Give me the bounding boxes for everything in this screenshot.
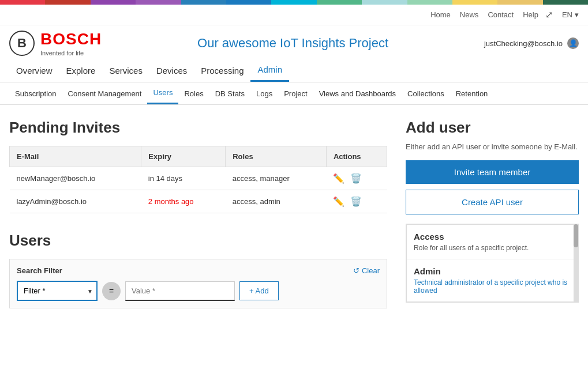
logo-text-area: BOSCH Invented for life (40, 30, 102, 56)
edit-invite-1[interactable]: ✏️ (333, 173, 344, 184)
invite-team-member-button[interactable]: Invite team member (406, 160, 579, 184)
clear-button[interactable]: ↺ Clear (353, 266, 380, 275)
header: B BOSCH Invented for life Our awesome Io… (0, 25, 588, 56)
roles-info-panel: Access Role for all users of a specific … (406, 224, 579, 303)
subnav-subscription[interactable]: Subscription (9, 84, 62, 104)
pending-invites-title: Pending Invites (9, 119, 387, 137)
scrollbar[interactable] (574, 224, 578, 302)
invites-table: E-Mail Expiry Roles Actions newManager@b… (9, 146, 387, 213)
nav-overview[interactable]: Overview (9, 60, 59, 81)
subnav-project[interactable]: Project (278, 84, 313, 104)
role-admin-title: Admin (414, 266, 571, 276)
col-email: E-Mail (10, 146, 141, 167)
delete-invite-2[interactable]: 🗑️ (350, 196, 362, 207)
invite-row: newManager@bosch.io in 14 days access, m… (10, 167, 387, 190)
role-access-desc: Role for all users of a specific project… (414, 244, 571, 252)
roles-list: Access Role for all users of a specific … (406, 224, 578, 302)
bosch-logo-circle: B (9, 31, 35, 56)
nav-home[interactable]: Home (430, 10, 451, 19)
invite-actions-1: ✏️ 🗑️ (326, 167, 387, 190)
users-title: Users (9, 232, 387, 250)
subnav-collections[interactable]: Collections (402, 84, 450, 104)
top-nav: Home News Contact Help ⤢ EN ▾ (0, 5, 588, 25)
right-panel: Add user Either add an API user or invit… (406, 119, 579, 308)
language-selector[interactable]: EN ▾ (562, 10, 579, 19)
sub-nav: Subscription Consent Management Users Ro… (0, 82, 588, 105)
nav-admin[interactable]: Admin (250, 59, 289, 82)
content-area: Pending Invites E-Mail Expiry Roles Acti… (0, 105, 588, 322)
equals-button[interactable]: = (102, 282, 121, 300)
role-card-admin: Admin Technical administrator of a speci… (407, 259, 578, 301)
invite-expiry-1: in 14 days (141, 167, 226, 190)
nav-explore[interactable]: Explore (59, 60, 103, 81)
add-user-title: Add user (406, 119, 579, 137)
filter-row: Filter * = + Add (17, 281, 380, 301)
subnav-users[interactable]: Users (147, 82, 178, 104)
col-actions: Actions (326, 146, 387, 167)
nav-processing[interactable]: Processing (194, 60, 250, 81)
nav-devices[interactable]: Devices (149, 60, 194, 81)
role-access-title: Access (414, 232, 571, 242)
clear-label: Clear (362, 266, 380, 275)
filter-select[interactable]: Filter * (17, 281, 98, 301)
project-title: Our awesome IoT Insights Project (102, 36, 484, 51)
invite-roles-2: access, admin (226, 190, 327, 213)
subnav-views[interactable]: Views and Dashboards (313, 84, 402, 104)
nav-help[interactable]: Help (523, 10, 538, 19)
subnav-retention[interactable]: Retention (450, 84, 494, 104)
search-filter-header: Search Filter ↺ Clear (17, 266, 380, 275)
invite-actions-2: ✏️ 🗑️ (326, 190, 387, 213)
invite-expiry-2: 2 months ago (141, 190, 226, 213)
col-expiry: Expiry (141, 146, 226, 167)
subnav-roles[interactable]: Roles (178, 84, 209, 104)
delete-invite-1[interactable]: 🗑️ (350, 173, 362, 184)
subnav-logs[interactable]: Logs (250, 84, 278, 104)
left-panel: Pending Invites E-Mail Expiry Roles Acti… (9, 119, 387, 308)
logo-area: B BOSCH Invented for life (9, 30, 102, 56)
expand-icon[interactable]: ⤢ (545, 9, 553, 20)
edit-invite-2[interactable]: ✏️ (333, 196, 344, 207)
subnav-dbstats[interactable]: DB Stats (209, 84, 250, 104)
add-filter-button[interactable]: + Add (239, 281, 279, 300)
user-email: justChecking@bosch.io (484, 39, 563, 48)
user-area: justChecking@bosch.io 👤 (484, 37, 579, 49)
clear-icon: ↺ (353, 266, 359, 275)
user-avatar[interactable]: 👤 (567, 37, 579, 49)
filter-select-wrap: Filter * (17, 281, 98, 301)
main-nav: Overview Explore Services Devices Proces… (0, 59, 588, 82)
value-input[interactable] (125, 281, 235, 301)
invite-email-2: lazyAdmin@bosch.io (10, 190, 141, 213)
add-user-description: Either add an API user or invite someone… (406, 142, 579, 151)
invite-email-1: newManager@bosch.io (10, 167, 141, 190)
search-filter-box: Search Filter ↺ Clear Filter * = + Add (9, 259, 387, 308)
bosch-tagline: Invented for life (40, 50, 102, 56)
users-section: Users Search Filter ↺ Clear Filter * = (9, 232, 387, 308)
subnav-consent[interactable]: Consent Management (62, 84, 148, 104)
role-admin-desc: Technical administrator of a specific pr… (414, 278, 571, 295)
search-filter-label: Search Filter (17, 266, 62, 275)
role-card-access: Access Role for all users of a specific … (407, 225, 578, 259)
nav-contact[interactable]: Contact (488, 10, 514, 19)
bosch-logo-text: BOSCH (40, 30, 102, 48)
nav-services[interactable]: Services (102, 60, 149, 81)
invite-row: lazyAdmin@bosch.io 2 months ago access, … (10, 190, 387, 213)
scrollbar-thumb[interactable] (574, 224, 578, 247)
color-bar (0, 0, 588, 5)
invite-roles-1: access, manager (226, 167, 327, 190)
create-api-user-button[interactable]: Create API user (406, 190, 579, 214)
nav-news[interactable]: News (460, 10, 479, 19)
col-roles: Roles (226, 146, 327, 167)
